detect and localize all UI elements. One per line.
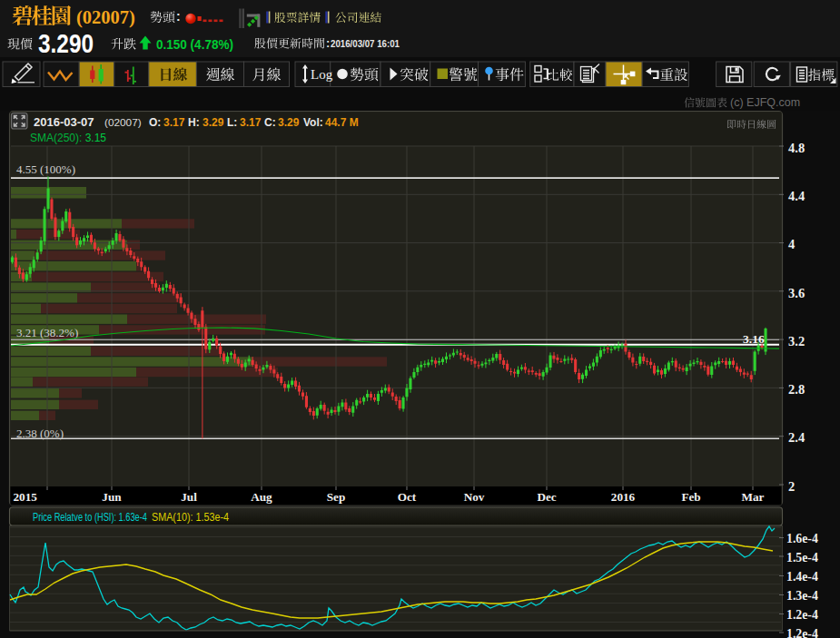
svg-text:(02007): (02007) — [76, 7, 135, 28]
svg-text:Feb: Feb — [681, 490, 700, 504]
svg-text:3.16: 3.16 — [743, 332, 765, 346]
svg-text:3.29: 3.29 — [203, 116, 224, 129]
svg-text:H:: H: — [188, 116, 200, 129]
svg-text:0.150 (4.78%): 0.150 (4.78%) — [156, 36, 233, 52]
svg-text:Oct: Oct — [398, 490, 417, 504]
svg-text::: : — [326, 36, 330, 50]
svg-text:4.55 (100%): 4.55 (100%) — [16, 162, 75, 176]
svg-text:O:: O: — [149, 116, 161, 129]
svg-text:(02007): (02007) — [104, 116, 142, 129]
svg-text:Log: Log — [311, 67, 333, 82]
svg-text:1.5e-4: 1.5e-4 — [786, 551, 818, 564]
svg-text:Jun: Jun — [102, 490, 122, 504]
svg-text:44.7 M: 44.7 M — [325, 116, 359, 129]
svg-text:2016: 2016 — [611, 490, 636, 504]
svg-text:3.21 (38.2%): 3.21 (38.2%) — [16, 326, 78, 339]
svg-text:Nov: Nov — [464, 490, 485, 504]
svg-text:2: 2 — [788, 479, 795, 494]
svg-text:Aug: Aug — [251, 490, 272, 504]
svg-text:SMA(250): 3.15: SMA(250): 3.15 — [30, 132, 106, 144]
svg-text:2.38 (0%): 2.38 (0%) — [16, 427, 64, 440]
svg-text:Mar: Mar — [742, 490, 765, 504]
svg-text:1.4e-4: 1.4e-4 — [786, 570, 818, 584]
svg-text:4: 4 — [788, 237, 795, 251]
svg-text:SMA(10): 1.53e-4: SMA(10): 1.53e-4 — [152, 511, 229, 524]
svg-text:3.2: 3.2 — [788, 334, 805, 348]
svg-text:3.17: 3.17 — [240, 116, 262, 129]
svg-text:L:: L: — [227, 116, 237, 129]
svg-text::: : — [176, 9, 181, 24]
svg-text:Vol:: Vol: — [303, 116, 323, 129]
svg-text:3.17: 3.17 — [163, 116, 185, 129]
svg-text:Sep: Sep — [327, 490, 346, 504]
svg-text:4.8: 4.8 — [788, 141, 805, 155]
svg-text:C:: C: — [264, 116, 276, 129]
svg-text:4.4: 4.4 — [788, 189, 805, 203]
svg-text:1.2e-4: 1.2e-4 — [786, 627, 818, 638]
svg-text:3.290: 3.290 — [38, 28, 94, 58]
svg-text:1.2e-4: 1.2e-4 — [786, 608, 818, 622]
svg-text:2016-03-07: 2016-03-07 — [34, 115, 94, 129]
svg-text:Price Relatve to (HSI): 1.63e-: Price Relatve to (HSI): 1.63e-4 — [33, 511, 147, 524]
svg-text:2.8: 2.8 — [788, 382, 805, 397]
svg-text:Dec: Dec — [537, 490, 556, 504]
svg-text:Jul: Jul — [181, 490, 197, 504]
svg-text:2.4: 2.4 — [788, 430, 805, 445]
svg-text:3.29: 3.29 — [278, 116, 300, 129]
svg-text:2016/03/07 16:01: 2016/03/07 16:01 — [331, 38, 400, 49]
svg-text:3.6: 3.6 — [788, 286, 805, 300]
svg-text:(c) EJFQ.com: (c) EJFQ.com — [730, 96, 800, 109]
svg-text:2015: 2015 — [14, 490, 38, 504]
svg-text:1.6e-4: 1.6e-4 — [786, 532, 818, 545]
svg-text:1.3e-4: 1.3e-4 — [786, 589, 818, 603]
